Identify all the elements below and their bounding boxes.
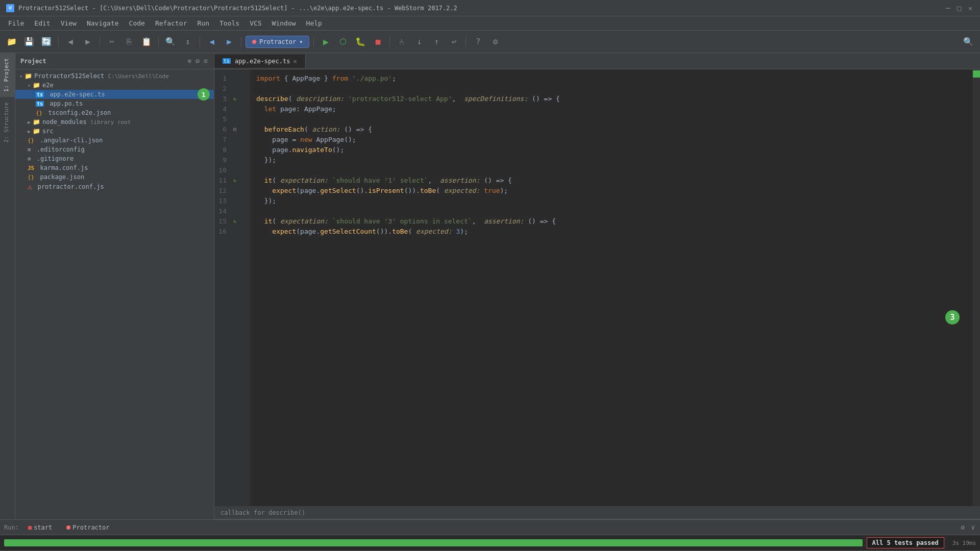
menu-tools[interactable]: Tools (215, 18, 243, 28)
file-editorconfig-label: .editorconfig (37, 146, 85, 153)
run-tab-protractor-label: Protractor (72, 524, 109, 531)
run-settings-icon[interactable]: ⚙ (960, 522, 966, 532)
coverage-button[interactable]: ⬡ (335, 34, 351, 49)
nav-back-button[interactable]: ◀ (204, 34, 219, 49)
menu-edit[interactable]: Edit (30, 18, 54, 28)
code-line-3: describe( description: 'protractor512-se… (250, 94, 973, 104)
tab-close-button[interactable]: ✕ (293, 58, 297, 65)
run-panel-header: Run: ■ start Protractor ⚙ ∨ (0, 520, 980, 535)
code-editor[interactable]: import { AppPage } from './app.po'; desc… (250, 69, 973, 506)
tree-item-src[interactable]: ▶ 📁 src (15, 127, 214, 136)
tree-item-gitignore[interactable]: ≡ .gitignore (15, 154, 214, 163)
window-title: Protractor512Select - [C:\Users\Dell\Cod… (18, 5, 457, 12)
app-icon: W (6, 4, 14, 12)
expand-icon[interactable]: ≡ (203, 56, 209, 66)
code-line-4: let page: AppPage; (250, 104, 973, 114)
editor-tab-app-spec[interactable]: ts app.e2e-spec.ts ✕ (214, 55, 306, 68)
menu-window[interactable]: Window (268, 18, 300, 28)
editor-area: ts app.e2e-spec.ts ✕ 1 2 3↻ 4 5 6⊟ 7 8 9… (214, 53, 980, 519)
pin-icon[interactable]: ⊕ (187, 56, 193, 66)
vcs-update-button[interactable]: ↓ (411, 34, 427, 49)
back-button[interactable]: ◀ (63, 34, 78, 49)
menu-view[interactable]: View (57, 18, 81, 28)
copy-button[interactable]: ⎘ (121, 34, 137, 49)
folder-e2e-label: e2e (42, 82, 54, 89)
help-button[interactable]: ? (470, 34, 485, 49)
protractor-conf-icon: ⚠ (28, 183, 32, 191)
tree-item-app-spec[interactable]: ts app.e2e-spec.ts 1 (15, 90, 214, 99)
code-line-6: beforeEach( action: () => { (250, 124, 973, 135)
file-tsconfig-e2e-label: tsconfig.e2e.json (48, 109, 111, 116)
code-line-2 (250, 84, 973, 94)
maximize-button[interactable]: □ (955, 5, 963, 12)
menu-help[interactable]: Help (302, 18, 326, 28)
project-tree: ▾ 📁 Protractor512Select C:\Users\Dell\Co… (15, 69, 214, 519)
toolbar-sep-6 (313, 37, 314, 47)
find-button[interactable]: 🔍 (163, 34, 178, 49)
run-collapse-icon[interactable]: ∨ (970, 522, 976, 532)
main-layout: 1: Project 2: Structure Project ⊕ ⚙ ≡ ▾ … (0, 53, 980, 519)
left-sidebar-tabs: 1: Project 2: Structure (0, 53, 15, 519)
editorconfig-icon: ≡ (28, 146, 31, 153)
vcs-button[interactable]: ⑃ (394, 34, 409, 49)
gitignore-icon: ≡ (28, 156, 31, 162)
settings-button[interactable]: ⚙ (487, 34, 503, 49)
tree-item-tsconfig-e2e[interactable]: {} tsconfig.e2e.json (15, 108, 214, 117)
menu-navigate[interactable]: Navigate (83, 18, 123, 28)
menu-vcs[interactable]: VCS (246, 18, 265, 28)
vcs-revert-button[interactable]: ↩ (446, 34, 461, 49)
menu-bar: File Edit View Navigate Code Refactor Ru… (0, 16, 980, 31)
toolbar-sep-5 (241, 37, 241, 47)
tree-item-root[interactable]: ▾ 📁 Protractor512Select C:\Users\Dell\Co… (15, 71, 214, 81)
tree-item-e2e[interactable]: ▾ 📁 e2e (15, 81, 214, 90)
tree-item-angular-cli[interactable]: {} .angular-cli.json (15, 136, 214, 145)
open-folder-button[interactable]: 📁 (4, 34, 19, 49)
menu-file[interactable]: File (4, 18, 28, 28)
paste-button[interactable]: 📋 (139, 34, 154, 49)
menu-run[interactable]: Run (193, 18, 213, 28)
sidebar-tab-project[interactable]: 1: Project (0, 53, 15, 97)
run-config-label: Protractor (259, 38, 296, 45)
code-line-13: }); (250, 196, 973, 206)
nav-fwd-button[interactable]: ▶ (222, 34, 237, 49)
tree-item-app-po[interactable]: ts app.po.ts (15, 99, 214, 108)
search-everywhere-button[interactable]: 🔍 (961, 34, 976, 49)
breadcrumb-text: callback for describe() (220, 509, 305, 516)
run-tab-protractor[interactable]: Protractor (61, 522, 114, 533)
folder-src-label: src (42, 128, 54, 135)
ts-po-icon: ts (36, 101, 44, 107)
karma-icon: JS (28, 165, 34, 171)
toolbar-sep-1 (58, 37, 59, 47)
run-tab-start[interactable]: ■ start (23, 522, 57, 533)
run-config-arrow: ▾ (299, 38, 303, 45)
vcs-push-button[interactable]: ↑ (429, 34, 444, 49)
editor-content: 1 2 3↻ 4 5 6⊟ 7 8 9 10 11↻ 12 13 14 15↻ … (214, 69, 980, 506)
menu-refactor[interactable]: Refactor (151, 18, 191, 28)
gear-icon[interactable]: ⚙ (194, 56, 201, 66)
tree-item-editorconfig[interactable]: ≡ .editorconfig (15, 145, 214, 154)
run-button[interactable]: ▶ (318, 34, 333, 49)
debug-button[interactable]: 🐛 (353, 34, 368, 49)
tree-item-protractor-conf[interactable]: ⚠ protractor.conf.js (15, 182, 214, 192)
tree-item-karma[interactable]: JS karma.conf.js (15, 163, 214, 172)
tree-item-node-modules[interactable]: ▶ 📁 node_modules library root (15, 117, 214, 127)
minimize-button[interactable]: ─ (944, 5, 951, 12)
root-name: Protractor512Select (34, 72, 104, 80)
forward-button[interactable]: ▶ (80, 34, 95, 49)
file-gitignore-label: .gitignore (37, 155, 74, 162)
tree-item-package-json[interactable]: {} package.json (15, 172, 214, 182)
stop-button[interactable]: ■ (370, 34, 385, 49)
close-button[interactable]: ✕ (967, 5, 974, 12)
code-line-14 (250, 206, 973, 216)
run-tab-start-label: start (34, 524, 52, 531)
run-config-dropdown[interactable]: Protractor ▾ (246, 36, 309, 48)
sidebar-tab-structure[interactable]: 2: Structure (0, 97, 15, 147)
cut-button[interactable]: ✂ (104, 34, 119, 49)
code-line-7: page = new AppPage(); (250, 135, 973, 145)
sync-button[interactable]: 🔄 (39, 34, 54, 49)
save-button[interactable]: 💾 (21, 34, 37, 49)
replace-button[interactable]: ↕ (180, 34, 195, 49)
code-line-10 (250, 165, 973, 176)
menu-code[interactable]: Code (125, 18, 149, 28)
toolbar-sep-4 (200, 37, 200, 47)
